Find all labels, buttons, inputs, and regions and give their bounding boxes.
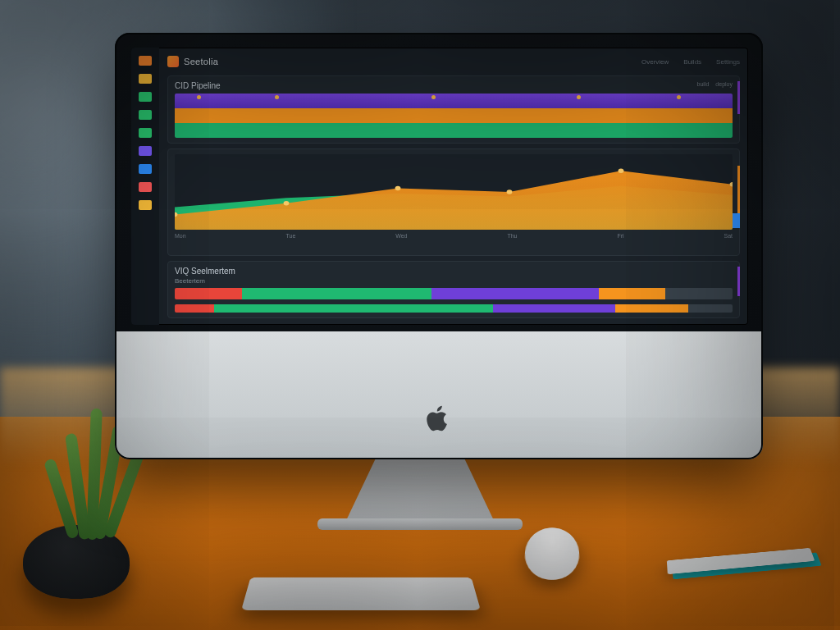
seg-orange bbox=[599, 288, 666, 299]
svg-point-2 bbox=[395, 186, 401, 191]
sidebar-item[interactable] bbox=[139, 200, 152, 210]
sidebar-item[interactable] bbox=[139, 110, 152, 120]
sidebar-item[interactable] bbox=[139, 182, 152, 192]
top-links: Overview Builds Settings bbox=[641, 58, 740, 66]
panel-marker-icon bbox=[737, 81, 740, 114]
nav-link[interactable]: Overview bbox=[641, 58, 669, 66]
x-tick: Wed bbox=[395, 233, 407, 239]
sidebar-item[interactable] bbox=[139, 56, 152, 66]
panel-pipeline: CID Pipeline build deploy bbox=[167, 75, 740, 144]
panel-meta: build deploy bbox=[697, 81, 733, 87]
panel-title: VIQ Seelmertem bbox=[175, 267, 733, 276]
brand[interactable]: Seetolia bbox=[167, 56, 218, 67]
chart-segment-bar-2[interactable] bbox=[175, 304, 733, 313]
panel-title: CID Pipeline bbox=[175, 81, 733, 90]
seg-purple bbox=[493, 304, 616, 313]
seg-orange bbox=[615, 304, 687, 313]
seg-green bbox=[242, 288, 431, 299]
sidebar bbox=[131, 48, 159, 325]
x-tick: Tue bbox=[286, 233, 296, 239]
x-tick: Mon bbox=[175, 233, 186, 239]
seg-grey bbox=[665, 288, 733, 299]
seg-red bbox=[175, 304, 214, 313]
meta-label: build bbox=[697, 81, 710, 87]
panel-marker-icon bbox=[737, 267, 740, 296]
sidebar-item[interactable] bbox=[139, 164, 152, 174]
dashboard-screen: Seetolia Overview Builds Settings CID Pi… bbox=[131, 48, 748, 325]
apple-logo-icon bbox=[427, 404, 451, 433]
seg-red bbox=[175, 288, 242, 299]
panel-segments: VIQ Seelmertem Beetertem bbox=[167, 261, 740, 318]
sidebar-item[interactable] bbox=[139, 146, 152, 156]
plant-pot bbox=[23, 525, 130, 599]
band-orange bbox=[175, 108, 733, 123]
brand-mark-icon bbox=[167, 56, 179, 67]
band-purple bbox=[175, 94, 733, 108]
seg-green bbox=[214, 304, 493, 313]
chart-segment-bar[interactable] bbox=[175, 288, 733, 299]
chart-area[interactable] bbox=[175, 154, 733, 230]
imac-foot bbox=[317, 518, 523, 530]
svg-point-3 bbox=[507, 189, 513, 194]
x-tick: Fri bbox=[617, 233, 623, 239]
sidebar-item[interactable] bbox=[139, 128, 152, 138]
topbar: Seetolia Overview Builds Settings bbox=[167, 52, 740, 71]
brand-name: Seetolia bbox=[184, 57, 218, 66]
nav-link[interactable]: Builds bbox=[683, 58, 701, 66]
panel-area-chart: avg p95 bbox=[167, 148, 740, 256]
seg-purple bbox=[431, 288, 599, 299]
nav-link[interactable]: Settings bbox=[716, 58, 740, 66]
meta-label: deploy bbox=[715, 81, 733, 87]
chart-x-axis: Mon Tue Wed Thu Fri Sat bbox=[175, 233, 733, 239]
svg-point-1 bbox=[284, 201, 290, 206]
panel-subtitle: Beetertem bbox=[175, 277, 733, 285]
chart-stacked-band[interactable] bbox=[175, 94, 733, 138]
keyboard bbox=[241, 578, 481, 610]
dashboard-main: Seetolia Overview Builds Settings CID Pi… bbox=[159, 48, 748, 325]
sidebar-item[interactable] bbox=[139, 74, 152, 84]
sidebar-item[interactable] bbox=[139, 92, 152, 102]
svg-point-4 bbox=[619, 168, 624, 173]
band-green bbox=[175, 123, 733, 138]
x-tick: Thu bbox=[507, 233, 517, 239]
x-tick: Sat bbox=[724, 233, 733, 239]
seg-grey bbox=[688, 304, 733, 313]
